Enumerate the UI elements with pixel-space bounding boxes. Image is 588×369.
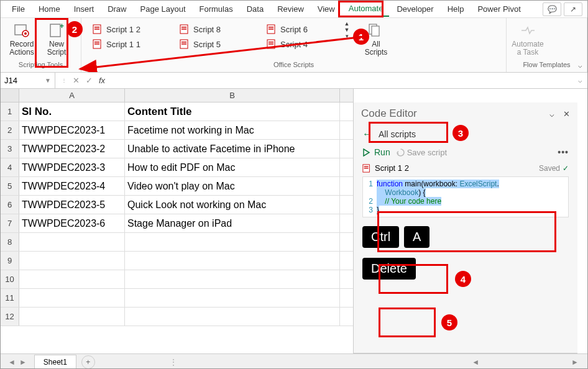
scroll-right-icon[interactable]: ►: [569, 358, 581, 367]
row-header[interactable]: 6: [1, 196, 19, 214]
formula-input[interactable]: [111, 73, 573, 88]
script-file-icon: [362, 164, 371, 173]
scroll-left-icon[interactable]: ◄: [469, 358, 482, 367]
script-item[interactable]: Script 5: [176, 38, 250, 50]
cancel-icon[interactable]: ✕: [73, 76, 80, 85]
callout-1: 1: [353, 29, 369, 45]
select-all-corner[interactable]: [1, 89, 19, 102]
row-header[interactable]: 10: [1, 270, 19, 288]
menu-bar: File Home Insert Draw Page Layout Formul…: [1, 1, 587, 18]
formula-dropdown-icon[interactable]: ⋮: [62, 78, 67, 83]
chevron-up-icon: ▲: [344, 20, 350, 27]
cell[interactable]: [19, 233, 125, 251]
cell[interactable]: How to edit PDF on Mac: [125, 158, 340, 176]
row-header[interactable]: 1: [1, 102, 19, 121]
script-item[interactable]: Script 8: [176, 23, 250, 35]
cell[interactable]: Quick Look not working on Mac: [125, 196, 340, 214]
cell[interactable]: TWWPDEC2023-4: [19, 177, 125, 195]
row-header[interactable]: 12: [1, 308, 19, 326]
cell[interactable]: [125, 289, 340, 307]
expand-formula-icon[interactable]: ⌵: [573, 76, 587, 84]
menu-draw[interactable]: Draw: [101, 2, 132, 16]
cell[interactable]: [125, 270, 340, 288]
run-button[interactable]: Run: [362, 147, 390, 157]
cell[interactable]: [19, 308, 125, 326]
row-header[interactable]: 4: [1, 158, 19, 176]
menu-home[interactable]: Home: [32, 2, 67, 16]
cell[interactable]: Sl No.: [19, 102, 125, 121]
cell[interactable]: Unable to activate Facetime in iPhone: [125, 140, 340, 158]
svg-rect-15: [181, 42, 186, 43]
script-name[interactable]: Script 1 2: [375, 163, 409, 173]
accept-icon[interactable]: ✓: [86, 76, 93, 85]
collapse-icon[interactable]: ⌵: [549, 109, 554, 119]
fx-label[interactable]: fx: [99, 76, 105, 85]
menu-power-pivot[interactable]: Power Pivot: [471, 2, 526, 16]
callout-box-keys-ctrl-a: [379, 264, 448, 294]
callout-box-code: [377, 211, 556, 252]
cell[interactable]: Content Title: [125, 102, 340, 121]
callout-box-key-delete: [379, 308, 436, 337]
share-icon[interactable]: ↗: [564, 2, 582, 16]
cell[interactable]: [19, 252, 125, 270]
cell[interactable]: Facetime not working in Mac: [125, 121, 340, 139]
cell[interactable]: [19, 289, 125, 307]
script-item[interactable]: Script 1 2: [89, 23, 163, 35]
script-item[interactable]: Script 4: [263, 38, 338, 50]
script-gallery-scroll[interactable]: ▲ ▼ ▾: [342, 20, 351, 39]
save-script-button[interactable]: Save script: [397, 148, 447, 157]
cell[interactable]: [125, 308, 340, 326]
row-header[interactable]: 11: [1, 289, 19, 307]
menu-formulas[interactable]: Formulas: [193, 2, 239, 16]
cell-reference-input[interactable]: [4, 76, 42, 85]
prev-sheet-icon[interactable]: ◄: [8, 358, 16, 367]
menu-file[interactable]: File: [6, 2, 31, 16]
next-sheet-icon[interactable]: ►: [19, 358, 27, 367]
cell[interactable]: TWWPDEC2023-5: [19, 196, 125, 214]
automate-task-button[interactable]: Automate a Task: [512, 20, 544, 58]
automate-task-label: Automate a Task: [512, 40, 543, 57]
cell[interactable]: TWWPDEC2023-3: [19, 158, 125, 176]
menu-review[interactable]: Review: [271, 2, 310, 16]
callout-box-new-script: [35, 18, 68, 68]
row-header[interactable]: 2: [1, 121, 19, 139]
svg-rect-18: [269, 27, 273, 28]
menu-data[interactable]: Data: [241, 2, 270, 16]
row-header[interactable]: 3: [1, 140, 19, 158]
row-header[interactable]: 8: [1, 233, 19, 251]
check-icon: ✓: [563, 164, 569, 173]
cell[interactable]: [125, 233, 340, 251]
menu-help[interactable]: Help: [441, 2, 471, 16]
script-item[interactable]: Script 6: [263, 23, 338, 35]
ribbon-collapse-icon[interactable]: ⌵: [578, 62, 582, 70]
svg-rect-6: [94, 27, 99, 28]
comments-icon[interactable]: 💬: [543, 2, 561, 16]
menu-insert[interactable]: Insert: [68, 2, 101, 16]
row-header[interactable]: 5: [1, 177, 19, 195]
name-box[interactable]: ▼: [1, 73, 55, 88]
cell[interactable]: Video won't play on Mac: [125, 177, 340, 195]
menu-developer[interactable]: Developer: [390, 2, 439, 16]
menu-page-layout[interactable]: Page Layout: [134, 2, 192, 16]
row-header[interactable]: 7: [1, 214, 19, 232]
record-actions-button[interactable]: Record Actions: [6, 20, 38, 58]
close-icon[interactable]: ✕: [563, 109, 570, 119]
cell[interactable]: TWWPDEC2023-2: [19, 140, 125, 158]
menu-view[interactable]: View: [311, 2, 341, 16]
cell[interactable]: Stage Manager on iPad: [125, 214, 340, 232]
record-label: Record Actions: [9, 40, 34, 57]
column-header-b[interactable]: B: [125, 89, 340, 102]
cell[interactable]: [19, 270, 125, 288]
script-item[interactable]: Script 1 1: [89, 38, 163, 50]
chevron-down-icon: ▾: [346, 33, 349, 39]
spreadsheet-grid[interactable]: A B 1Sl No.Content Title2TWWPDEC2023-1Fa…: [1, 89, 354, 353]
row-header[interactable]: 9: [1, 252, 19, 270]
cell[interactable]: [125, 252, 340, 270]
more-options-icon[interactable]: •••: [558, 147, 569, 157]
cell[interactable]: TWWPDEC2023-6: [19, 214, 125, 232]
chevron-down-icon[interactable]: ▼: [45, 77, 51, 84]
cell[interactable]: TWWPDEC2023-1: [19, 121, 125, 139]
sheet-tab[interactable]: Sheet1: [34, 355, 76, 369]
add-sheet-button[interactable]: +: [81, 355, 95, 369]
column-header-a[interactable]: A: [19, 89, 125, 102]
